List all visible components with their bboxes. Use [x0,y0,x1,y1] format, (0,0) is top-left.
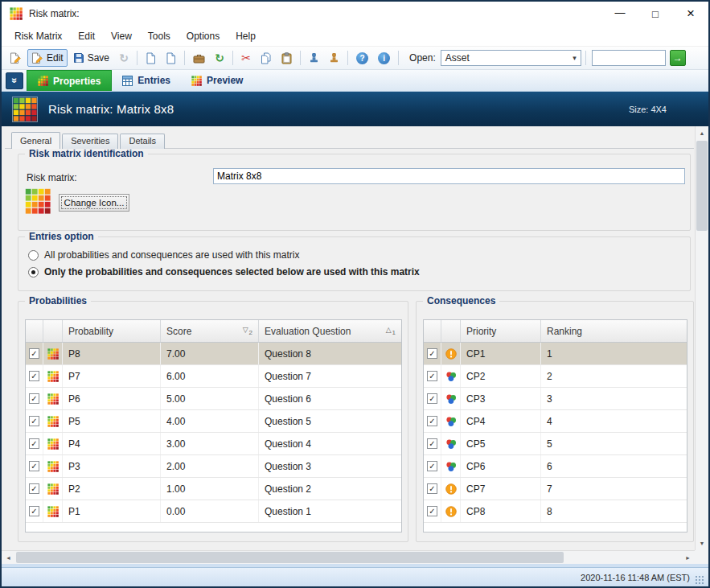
row-select-checkbox[interactable]: ✓ [424,388,441,409]
row-select-checkbox[interactable]: ✓ [26,388,43,409]
checkbox-column-header[interactable] [26,320,43,342]
consequence-row-cp7[interactable]: ✓CP77 [424,478,687,500]
tab-details[interactable]: Details [120,134,165,149]
probability-row-p1[interactable]: ✓P10.00Question 1 [26,500,401,523]
row-select-checkbox[interactable]: ✓ [424,500,441,522]
probability-row-p6[interactable]: ✓P65.00Question 6 [26,388,401,410]
approve-button[interactable] [305,49,323,67]
probability-row-p2[interactable]: ✓P21.00Question 2 [26,478,401,500]
row-select-checkbox[interactable]: ✓ [26,478,43,500]
row-select-checkbox[interactable]: ✓ [26,410,43,432]
consequence-row-cp3[interactable]: ✓CP33 [424,388,687,410]
radio-button-icon[interactable] [28,250,39,261]
probability-row-p3[interactable]: ✓P32.00Question 3 [26,455,401,478]
view-tab-strip: PropertiesEntriesPreview [27,70,253,91]
minimize-button[interactable]: — [602,2,638,26]
row-select-checkbox[interactable]: ✓ [26,365,43,387]
menu-help[interactable]: Help [228,27,264,45]
reject-button[interactable] [325,49,343,67]
menu-view[interactable]: View [103,27,140,45]
column-header-score[interactable]: Score ▽2 [161,320,259,342]
go-button[interactable]: → [670,50,686,66]
import-button[interactable] [162,49,180,67]
briefcase-button[interactable] [189,49,209,67]
column-header-priority[interactable]: Priority [461,320,541,342]
scroll-left-button[interactable]: ◄ [2,551,15,564]
maximize-button[interactable]: □ [638,2,673,26]
probabilities-table-header: Probability Score ▽2 Evaluation Question… [26,320,401,343]
probability-row-p5[interactable]: ✓P54.00Question 5 [26,410,401,433]
row-select-checkbox[interactable]: ✓ [424,433,441,454]
close-button[interactable]: × [673,2,708,26]
vertical-scrollbar-thumb[interactable] [696,141,708,231]
chevron-down-icon[interactable]: ▾ [568,54,577,62]
row-select-checkbox[interactable]: ✓ [424,410,441,432]
icon-column-header[interactable] [43,320,63,342]
collapse-panel-button[interactable]: » [6,72,23,89]
risk-matrix-name-input[interactable] [213,168,685,184]
entries-option-radio-2[interactable]: Only the probabilities and consequences … [28,266,690,278]
row-select-checkbox[interactable]: ✓ [26,343,43,364]
menu-risk-matrix[interactable]: Risk Matrix [6,27,70,45]
entries-option-list: All probabilities and consequences are u… [18,237,690,278]
consequence-row-cp8[interactable]: ✓CP88 [424,500,687,523]
column-header-evaluation-question[interactable]: Evaluation Question △1 [259,320,401,342]
view-tab-properties[interactable]: Properties [27,70,112,91]
row-select-checkbox[interactable]: ✓ [424,455,441,477]
probability-row-p4[interactable]: ✓P43.00Question 4 [26,433,401,455]
export-button[interactable] [142,49,160,67]
help-button[interactable]: ? [352,49,372,67]
consequence-priority: CP6 [461,455,541,477]
consequence-row-cp6[interactable]: ✓CP66 [424,455,687,478]
checkbox-column-header[interactable] [424,320,441,342]
row-select-checkbox[interactable]: ✓ [26,500,43,522]
view-tab-preview[interactable]: Preview [181,70,253,91]
consequence-row-cp2[interactable]: ✓CP22 [424,365,687,388]
consequences-table-body: ✓CP11✓CP22✓CP33✓CP44✓CP55✓CP66✓CP77✓CP88 [424,343,687,532]
scroll-right-button[interactable]: ► [681,551,695,564]
column-header-ranking[interactable]: Ranking [541,320,687,342]
page-tabs: GeneralSeveritiesDetails [11,132,166,149]
probability-row-p8[interactable]: ✓P87.00Question 8 [26,343,401,365]
paste-button[interactable] [277,49,296,67]
probability-row-p7[interactable]: ✓P76.00Question 7 [26,365,401,388]
resize-grip[interactable] [695,575,704,585]
cut-button[interactable]: ✂ [237,49,255,67]
new-button[interactable] [6,49,26,67]
row-select-checkbox[interactable]: ✓ [26,433,43,454]
scroll-down-button[interactable]: ▼ [696,537,708,550]
about-button[interactable]: i [374,49,394,67]
title-bar[interactable]: Risk matrix: — □ × [2,2,708,26]
radio-button-icon[interactable] [28,267,39,278]
consequence-row-cp5[interactable]: ✓CP55 [424,433,687,455]
probability-question: Question 6 [259,388,401,409]
horizontal-scrollbar-thumb[interactable] [16,552,564,563]
column-header-probability[interactable]: Probability [63,320,161,342]
menu-tools[interactable]: Tools [140,27,179,45]
consequence-row-cp4[interactable]: ✓CP44 [424,410,687,433]
open-combobox[interactable]: Asset ▾ [441,50,581,66]
save-button[interactable]: Save [69,49,113,67]
scroll-up-button[interactable]: ▲ [696,126,708,140]
quick-open-input[interactable] [592,50,666,66]
entries-option-radio-1[interactable]: All probabilities and consequences are u… [28,249,690,261]
row-select-checkbox[interactable]: ✓ [424,343,441,364]
vertical-scrollbar[interactable]: ▲ ▼ [695,126,708,550]
menu-edit[interactable]: Edit [70,27,103,45]
change-icon-button[interactable]: Change Icon... [59,194,129,212]
tab-severities[interactable]: Severities [62,134,118,149]
view-tab-entries[interactable]: Entries [112,70,181,91]
row-select-checkbox[interactable]: ✓ [424,478,441,500]
consequence-row-cp1[interactable]: ✓CP11 [424,343,687,365]
risk-matrix-name-label: Risk matrix: [27,172,77,183]
risk-matrix-row-icon [43,410,63,432]
horizontal-scrollbar[interactable]: ◄ ► [2,550,695,564]
menu-options[interactable]: Options [179,27,228,45]
edit-button[interactable]: Edit [27,49,68,67]
icon-column-header[interactable] [441,320,461,342]
row-select-checkbox[interactable]: ✓ [424,365,441,387]
row-select-checkbox[interactable]: ✓ [26,455,43,477]
copy-button[interactable] [257,49,276,67]
tab-general[interactable]: General [11,132,60,149]
refresh-button[interactable]: ↻ [211,49,228,67]
